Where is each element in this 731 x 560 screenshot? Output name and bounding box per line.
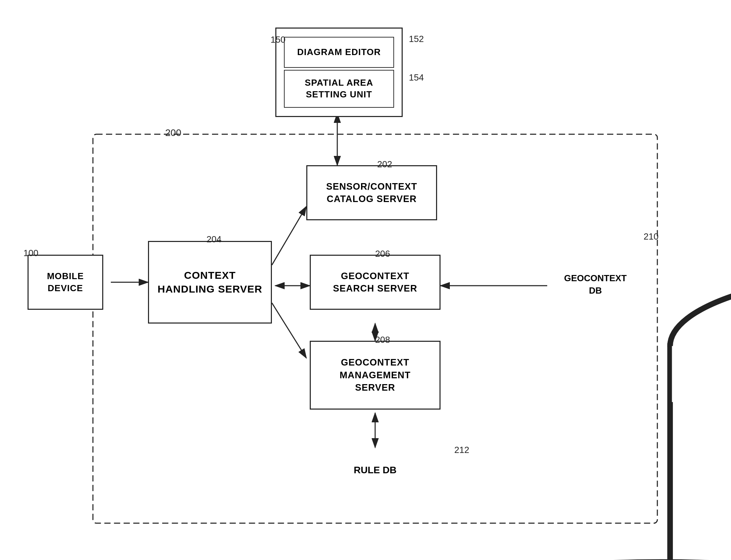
- mobile-device-node: MOBILE DEVICE: [28, 255, 103, 310]
- geocontext-mgmt-label: GEOCONTEXTMANAGEMENTSERVER: [340, 356, 411, 394]
- geocontext-db-label: GEOCONTEXTDB: [564, 272, 627, 297]
- context-to-sensor-arrow: [272, 207, 306, 265]
- spatial-area-node: SPATIAL AREA SETTING UNIT: [284, 70, 394, 108]
- diagram-editor-label: DIAGRAM EDITOR: [297, 46, 381, 58]
- diagram-container: MOBILE DEVICE 100 DIAGRAM EDITOR SPATIAL…: [0, 0, 731, 560]
- geocontext-db-node: GEOCONTEXTDB: [547, 234, 644, 337]
- geocontext-mgmt-node: GEOCONTEXTMANAGEMENTSERVER: [310, 341, 441, 410]
- svg-rect-6: [672, 346, 731, 402]
- mobile-device-ref: 100: [23, 248, 38, 258]
- diagram-editor-ref: 152: [409, 34, 424, 44]
- mobile-device-label: MOBILE DEVICE: [29, 270, 102, 294]
- rule-db-label: RULE DB: [354, 465, 396, 476]
- geocontext-mgmt-ref: 208: [375, 335, 390, 345]
- server-boundary-ref: 200: [165, 127, 181, 138]
- diagram-editor-node: DIAGRAM EDITOR: [284, 37, 394, 68]
- geocontext-db-ref: 210: [644, 231, 658, 242]
- tool-group-node: DIAGRAM EDITOR SPATIAL AREA SETTING UNIT: [275, 28, 403, 117]
- rule-db-node: RULE DB: [296, 441, 454, 509]
- spatial-area-label: SPATIAL AREA SETTING UNIT: [285, 77, 393, 101]
- sensor-context-label: SENSOR/CONTEXTCATALOG SERVER: [326, 180, 417, 205]
- rule-db-ref: 212: [454, 445, 469, 455]
- context-handling-ref: 204: [206, 234, 221, 245]
- geocontext-search-label: GEOCONTEXTSEARCH SERVER: [333, 270, 417, 295]
- tool-group-ref: 150: [271, 34, 285, 45]
- context-handling-label: CONTEXTHANDLING SERVER: [158, 268, 262, 296]
- geocontext-search-node: GEOCONTEXTSEARCH SERVER: [310, 255, 441, 310]
- context-to-geocontext-mgmt-arrow: [272, 303, 306, 358]
- context-handling-node: CONTEXTHANDLING SERVER: [148, 241, 272, 324]
- sensor-context-node: SENSOR/CONTEXTCATALOG SERVER: [306, 165, 437, 220]
- rule-db-svg: [296, 441, 731, 560]
- spatial-area-ref: 154: [409, 72, 424, 83]
- geocontext-search-ref: 206: [375, 249, 390, 259]
- sensor-context-ref: 202: [377, 159, 392, 170]
